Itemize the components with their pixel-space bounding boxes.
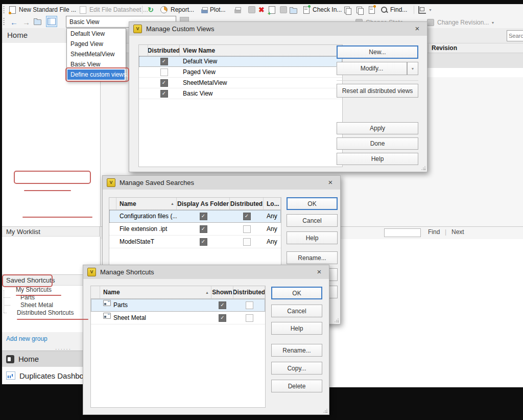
distributed-checkbox[interactable] xyxy=(243,238,251,246)
new-file-plus-icon xyxy=(269,6,275,14)
tree-item[interactable]: ▼ Shee xyxy=(0,102,100,111)
distributed-checkbox[interactable] xyxy=(246,314,253,322)
location-column-header[interactable]: Lo... xyxy=(264,198,281,209)
find-link[interactable]: Find xyxy=(428,228,440,236)
resize-grip[interactable] xyxy=(335,318,339,322)
display-as-folder-checkbox[interactable] xyxy=(200,225,207,233)
distributed-checkbox[interactable] xyxy=(160,68,168,76)
back-arrow-icon: ← xyxy=(10,18,18,27)
search-input[interactable]: Search xyxy=(507,30,523,41)
tree-item[interactable]: ▶ Wel le & Harness xyxy=(0,146,100,155)
find-input[interactable] xyxy=(384,228,421,237)
tree-item[interactable]: I, xyxy=(0,111,100,120)
help-button[interactable]: Help xyxy=(271,322,322,335)
tree-item[interactable]: ▼ Distributed Searches xyxy=(0,207,100,216)
apply-button[interactable]: Apply xyxy=(337,122,418,134)
modify-dropdown-button[interactable]: ▼ xyxy=(407,62,418,75)
add-new-group-link[interactable]: Add new group xyxy=(6,335,47,342)
distributed-checkbox[interactable] xyxy=(246,301,253,309)
close-icon[interactable]: × xyxy=(315,267,324,276)
table-row[interactable]: ▶ Basic View xyxy=(139,88,342,99)
display-as-folder-checkbox[interactable] xyxy=(200,213,207,220)
distributed-column-header[interactable]: Distributed xyxy=(230,198,264,209)
dialog-titlebar[interactable]: V Manage Shortcuts xyxy=(83,265,329,279)
copy-design-button[interactable] xyxy=(343,4,351,15)
copy-button[interactable]: Copy... xyxy=(271,362,322,375)
dialog-titlebar[interactable]: V Manage Saved Searches xyxy=(103,176,340,190)
cancel-button[interactable]: Cancel xyxy=(287,214,338,227)
distributed-column-header[interactable]: Distributed xyxy=(233,286,265,298)
dropdown-item[interactable]: Paged View xyxy=(67,39,125,49)
tree-item[interactable]: ▶ emblies xyxy=(0,137,100,146)
check-out-button[interactable] xyxy=(368,4,376,15)
help-button[interactable]: Help xyxy=(337,153,418,165)
resize-grip[interactable] xyxy=(323,409,327,413)
help-button[interactable]: Help xyxy=(287,231,338,244)
report-button[interactable]: Report... xyxy=(159,4,194,15)
shown-checkbox[interactable] xyxy=(219,314,226,322)
my-worklist-header[interactable]: My Worklist xyxy=(2,226,100,237)
tree-item[interactable]: ▶ Tran Annotation xyxy=(0,120,100,128)
close-icon[interactable]: × xyxy=(326,178,335,187)
distributed-checkbox[interactable] xyxy=(160,79,168,87)
reset-distributed-views-button[interactable]: Reset all distributed views xyxy=(337,84,418,98)
find-button[interactable]: Find... xyxy=(380,4,407,15)
view-name-column-header[interactable]: View Name xyxy=(180,45,342,56)
refresh-button[interactable]: ↻ xyxy=(147,4,155,15)
check-in-button[interactable]: Check In... xyxy=(302,4,342,15)
cancel-button[interactable]: Cancel xyxy=(271,305,322,317)
modify-button[interactable]: Modify... xyxy=(337,62,407,75)
table-row[interactable]: ▶ Default View xyxy=(139,56,342,67)
plot-button[interactable]: Plot... xyxy=(201,4,226,15)
table-row[interactable]: ▶ Sheet Metal xyxy=(91,312,265,324)
display-as-folder-column-header[interactable]: Display As Folder xyxy=(177,198,230,209)
name-column-header[interactable]: Name ▲ xyxy=(116,198,177,209)
new-file-plus-button[interactable] xyxy=(268,4,276,15)
dialog-titlebar[interactable]: V Manage Custom Views xyxy=(129,22,427,36)
copy-design2-button[interactable] xyxy=(355,4,363,15)
distributed-checkbox[interactable] xyxy=(160,90,168,98)
new-button[interactable]: New... xyxy=(337,45,418,59)
revision-column-header[interactable]: Revision xyxy=(432,44,457,52)
tree-item[interactable]: ModelStateT xyxy=(0,198,100,207)
distributed-column-header[interactable]: Distributed xyxy=(148,45,180,56)
resize-grip[interactable] xyxy=(421,166,425,170)
shown-checkbox[interactable] xyxy=(219,301,226,309)
table-row[interactable]: ▶ Parts xyxy=(91,299,265,312)
close-icon[interactable]: × xyxy=(413,24,422,33)
toggle-panel-button[interactable] xyxy=(46,16,57,27)
distributed-checkbox[interactable] xyxy=(160,58,168,65)
toolbar-grip[interactable] xyxy=(3,18,5,25)
folder-tool-button[interactable] xyxy=(290,4,297,15)
rename-button[interactable]: Rename... xyxy=(271,344,322,357)
packages-button[interactable]: ▼ xyxy=(418,4,432,15)
distributed-checkbox[interactable] xyxy=(243,213,251,220)
tree-item[interactable]: ▶ S xyxy=(0,85,100,94)
distributed-checkbox[interactable] xyxy=(243,225,251,233)
table-row[interactable]: ▶ File extension .ipt Any xyxy=(109,223,281,236)
back-button[interactable]: ← xyxy=(10,16,18,28)
table-row[interactable]: ▶ ModelStateT Any xyxy=(109,236,281,248)
toolbar-grip[interactable] xyxy=(3,6,5,13)
done-button[interactable]: Done xyxy=(337,137,418,150)
ok-button[interactable]: OK xyxy=(287,197,338,210)
name-column-header[interactable]: Name ▲ xyxy=(100,286,211,298)
tree-item[interactable]: ▼ Tube Exchange xyxy=(0,129,100,137)
tree-item[interactable]: ▶ Part nter Files xyxy=(0,94,100,102)
dropdown-item[interactable]: SheetMetalView xyxy=(67,49,125,59)
table-row[interactable]: ▶ Paged View xyxy=(139,67,342,78)
delete-button[interactable]: ✖ xyxy=(258,4,265,15)
shown-column-header[interactable]: Shown xyxy=(211,286,233,298)
dropdown-item[interactable]: Default View xyxy=(67,29,125,39)
delete-button[interactable]: Delete xyxy=(271,380,322,392)
rename-button[interactable]: Rename... xyxy=(287,251,338,264)
next-link[interactable]: Next xyxy=(451,228,464,236)
go-up-button[interactable] xyxy=(34,16,41,28)
table-row[interactable]: ▶ SheetMetalView xyxy=(139,78,342,88)
print-icon xyxy=(234,9,241,13)
display-as-folder-checkbox[interactable] xyxy=(200,238,207,246)
new-standard-file-button[interactable]: New Standard File ... xyxy=(8,4,76,15)
table-row[interactable]: ▶ Configuration files (... Any xyxy=(109,210,281,223)
tree-item[interactable]: Sample: Report Generator xyxy=(0,155,100,164)
ok-button[interactable]: OK xyxy=(271,287,322,299)
